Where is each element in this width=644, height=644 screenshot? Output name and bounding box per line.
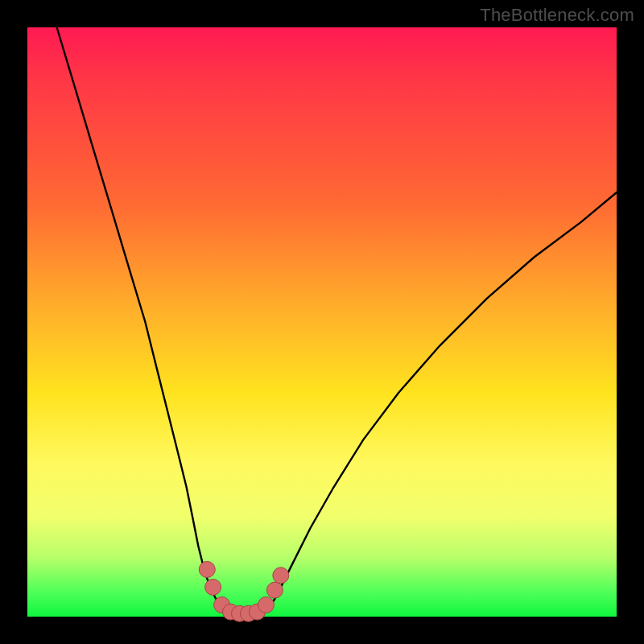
watermark-text: TheBottleneck.com [480, 5, 634, 26]
highlight-markers [199, 561, 288, 621]
plot-area [27, 27, 617, 617]
curve-layer [27, 27, 617, 617]
marker-dot [258, 597, 275, 613]
chart-frame: TheBottleneck.com [0, 0, 644, 644]
right-branch-curve [263, 192, 617, 613]
marker-dot [273, 568, 289, 584]
marker-dot [199, 561, 215, 577]
marker-dot [205, 579, 221, 595]
left-branch-curve [57, 27, 228, 613]
marker-dot [266, 582, 283, 598]
